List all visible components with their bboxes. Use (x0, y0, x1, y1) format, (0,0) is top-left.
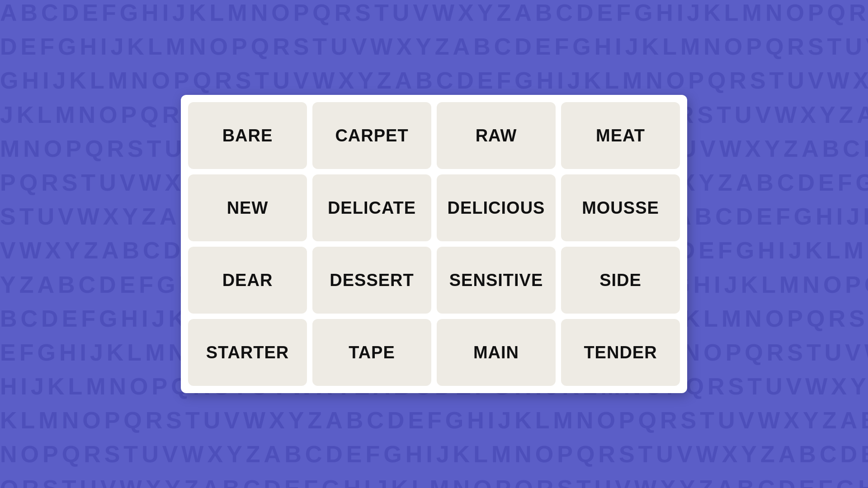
word-card-carpet[interactable]: CARPET (312, 102, 431, 169)
word-label: STARTER (206, 343, 289, 362)
word-card-starter[interactable]: STARTER (188, 319, 307, 386)
word-label: DEAR (222, 271, 273, 290)
word-card-mousse[interactable]: MOUSSE (561, 174, 680, 241)
word-card-tender[interactable]: TENDER (561, 319, 680, 386)
word-label: CARPET (335, 126, 408, 145)
word-card-new[interactable]: NEW (188, 174, 307, 241)
word-card-dear[interactable]: DEAR (188, 247, 307, 314)
word-label: MEAT (596, 126, 645, 145)
word-grid-panel: BARECARPETRAWMEATNEWDELICATEDELICIOUSMOU… (181, 95, 687, 393)
word-card-delicious[interactable]: DELICIOUS (437, 174, 556, 241)
word-label: MOUSSE (582, 198, 659, 218)
word-label: SENSITIVE (449, 271, 543, 290)
word-card-delicate[interactable]: DELICATE (312, 174, 431, 241)
word-label: TAPE (349, 343, 395, 362)
word-card-tape[interactable]: TAPE (312, 319, 431, 386)
word-label: TENDER (584, 343, 657, 362)
word-label: BARE (222, 126, 273, 145)
word-card-raw[interactable]: RAW (437, 102, 556, 169)
word-card-meat[interactable]: MEAT (561, 102, 680, 169)
word-card-sensitive[interactable]: SENSITIVE (437, 247, 556, 314)
word-label: NEW (227, 198, 269, 218)
word-label: RAW (476, 126, 517, 145)
word-grid: BARECARPETRAWMEATNEWDELICATEDELICIOUSMOU… (188, 102, 680, 386)
word-card-main[interactable]: MAIN (437, 319, 556, 386)
word-card-dessert[interactable]: DESSERT (312, 247, 431, 314)
word-label: DELICIOUS (448, 198, 545, 218)
word-label: MAIN (473, 343, 519, 362)
word-label: SIDE (599, 271, 642, 290)
word-label: DELICATE (328, 198, 416, 218)
word-card-bare[interactable]: BARE (188, 102, 307, 169)
word-label: DESSERT (330, 271, 414, 290)
word-card-side[interactable]: SIDE (561, 247, 680, 314)
